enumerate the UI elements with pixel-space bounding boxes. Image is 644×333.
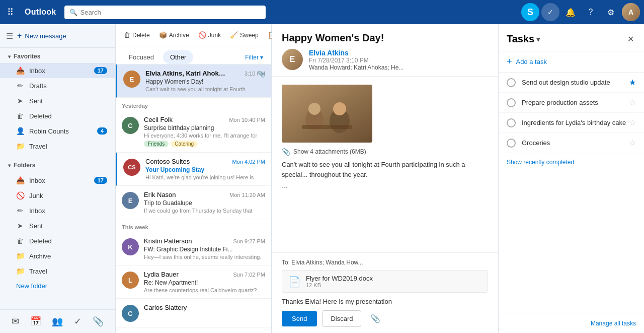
sidebar-item-sent[interactable]: ➤ Sent	[0, 93, 115, 108]
email-time-cecil: Mon 10:40 PM	[229, 117, 265, 123]
email-preview-cecil: Hi everyone, 4:30 works for me, I'll arr…	[144, 132, 265, 139]
inbox-label: Inbox	[29, 67, 94, 75]
task-text-2: Ingredients for Lydia's birthday cake	[522, 119, 629, 126]
user-avatar[interactable]: A	[622, 3, 640, 21]
task-star-1[interactable]: ☆	[629, 98, 636, 107]
sidebar-item-folders-junk[interactable]: 🚫 Junk	[0, 188, 115, 203]
settings-icon[interactable]: ⚙	[602, 3, 620, 21]
tab-focused[interactable]: Focused	[122, 50, 161, 64]
sidebar-item-robin-counts[interactable]: 👤 Robin Counts 4	[0, 123, 115, 139]
sidebar-item-folders-deleted[interactable]: 🗑 Deleted	[0, 233, 115, 248]
email-item-elvia[interactable]: E Elvia Atkins, Katri Ahokas 3:10 PM Hap…	[116, 64, 271, 98]
mail-nav-icon[interactable]: ✉	[8, 314, 23, 329]
sidebar-item-drafts[interactable]: ✏ Drafts	[0, 78, 115, 93]
email-toolbar: 🗑 Delete 📦 Archive 🚫 Junk 🧹 Sweep 📋 Move…	[116, 24, 271, 46]
email-content-lydia: Lydia Bauer Sun 7:02 PM Re: New Apartmen…	[144, 271, 265, 293]
attachments-nav-icon[interactable]: 📎	[89, 314, 108, 329]
email-subject-kristin: FW: Graphic Design Institute Fi...	[144, 246, 265, 253]
search-input[interactable]	[80, 9, 261, 16]
new-message-button[interactable]: + New message	[17, 29, 66, 42]
task-circle-2[interactable]	[507, 118, 516, 127]
sidebar-item-folders-sent[interactable]: ➤ Sent	[0, 218, 115, 233]
attachment-name: Flyer for WD2019.docx	[306, 275, 373, 282]
discard-button[interactable]: Discard	[322, 310, 361, 327]
paperclip-icon: 📎	[282, 148, 290, 156]
task-circle-1[interactable]	[507, 98, 516, 107]
sidebar-item-folders-travel[interactable]: 📁 Travel	[0, 263, 115, 279]
task-circle-0[interactable]	[507, 78, 516, 87]
hamburger-icon[interactable]: ☰	[6, 31, 13, 41]
tab-other[interactable]: Other	[163, 50, 194, 64]
sidebar-item-deleted[interactable]: 🗑 Deleted	[0, 108, 115, 123]
delete-button[interactable]: 🗑 Delete	[120, 28, 154, 42]
email-avatar-erik: E	[122, 192, 139, 209]
tasks-active-icon[interactable]: ✓	[541, 3, 559, 21]
app-launcher-icon[interactable]: ⠿	[4, 7, 17, 18]
favorites-header[interactable]: ▾ Favorites	[0, 50, 115, 63]
folders-header[interactable]: ▾ Folders	[0, 158, 115, 173]
sent-icon: ➤	[16, 97, 24, 105]
email-item-kristin[interactable]: K Kristin Patterson Sun 9:27 PM FW: Grap…	[116, 232, 271, 265]
calendar-nav-icon[interactable]: 📅	[26, 314, 45, 329]
tasks-close-button[interactable]: ✕	[625, 32, 636, 46]
archive-button[interactable]: 📦 Archive	[155, 28, 193, 42]
new-folder-label: New folder	[16, 282, 107, 290]
filter-chevron-icon: ▾	[260, 54, 263, 61]
email-avatar-cecil: C	[122, 117, 139, 134]
email-content-carlos: Carlos Slattery	[144, 304, 265, 322]
inbox-icon: 📥	[16, 66, 24, 75]
notifications-icon[interactable]: 🔔	[561, 3, 580, 21]
sidebar-item-folders-inbox[interactable]: 📥 Inbox 17	[0, 173, 115, 188]
tasks-nav-icon[interactable]: ✓	[70, 314, 86, 329]
word-doc-icon: 📄	[288, 276, 301, 288]
delete-label: Delete	[132, 32, 150, 39]
email-sender-elvia: Elvia Atkins, Katri Ahokas	[145, 70, 226, 77]
topbar-icons: S ✓ 🔔 ? ⚙ A	[521, 3, 640, 21]
email-item-cecil[interactable]: C Cecil Folk Mon 10:40 PM Surprise birth…	[116, 111, 271, 153]
sidebar-item-inbox[interactable]: 📥 Inbox 17	[0, 63, 115, 78]
people-nav-icon[interactable]: 👥	[48, 314, 67, 329]
add-task-button[interactable]: + Add a task	[499, 51, 644, 73]
skype-icon[interactable]: S	[521, 3, 539, 21]
task-item-2[interactable]: Ingredients for Lydia's birthday cake ☆	[499, 113, 644, 133]
sidebar-item-folders-inbox2[interactable]: ✏ Inbox	[0, 203, 115, 218]
email-preview-lydia: Are these countertops real Caldoveiro qu…	[144, 287, 265, 293]
task-item-1[interactable]: Prepare production assets ☆	[499, 93, 644, 113]
email-header-elvia: Elvia Atkins, Katri Ahokas 3:10 PM	[145, 70, 265, 77]
reply-attach-icon[interactable]: 📎	[370, 314, 380, 323]
folders-deleted-label: Deleted	[29, 237, 107, 245]
topbar: ⠿ Outlook 🔍 S ✓ 🔔 ? ⚙ A	[0, 0, 644, 24]
show-completed-link[interactable]: Show recently completed	[507, 159, 574, 166]
sidebar-item-travel[interactable]: 📁 Travel	[0, 139, 115, 154]
email-item-carlos[interactable]: C Carlos Slattery	[116, 299, 271, 327]
show-attachments-button[interactable]: 📎 Show 4 attachments (6MB)	[282, 148, 488, 156]
reading-sender-info: Elvia Atkins Fri 7/28/2017 3:10 PM Wanda…	[309, 49, 404, 71]
junk-button[interactable]: 🚫 Junk	[194, 28, 225, 42]
task-circle-3[interactable]	[507, 139, 516, 148]
email-item-erik[interactable]: E Erik Nason Mon 11:20 AM Trip to Guadal…	[116, 186, 271, 219]
email-avatar-lydia: L	[122, 272, 139, 289]
filter-button[interactable]: Filter ▾	[243, 50, 265, 64]
search-bar[interactable]: 🔍	[64, 6, 266, 19]
sidebar-item-folders-archive[interactable]: 📁 Archive	[0, 248, 115, 263]
yesterday-header: Yesterday	[116, 98, 271, 111]
reading-ellipsis[interactable]: ...	[282, 181, 488, 189]
task-star-3[interactable]: ☆	[629, 138, 636, 148]
email-tabs: Focused Other Filter ▾	[116, 46, 271, 64]
email-avatar-kristin: K	[122, 238, 139, 255]
sweep-button[interactable]: 🧹 Sweep	[226, 28, 263, 42]
send-button[interactable]: Send	[282, 311, 317, 326]
email-item-lydia[interactable]: L Lydia Bauer Sun 7:02 PM Re: New Apartm…	[116, 265, 271, 299]
task-item-3[interactable]: Groceries ☆	[499, 133, 644, 153]
sweep-icon: 🧹	[230, 31, 238, 39]
tasks-chevron-icon[interactable]: ▾	[536, 35, 540, 43]
task-star-2[interactable]: ☆	[629, 118, 636, 127]
email-item-contoso[interactable]: CS Contoso Suites Mon 4:02 PM Your Upcom…	[116, 153, 271, 186]
sidebar-item-new-folder[interactable]: New folder	[0, 279, 115, 293]
folders-inbox2-label: Inbox	[29, 207, 107, 215]
task-star-0[interactable]: ★	[629, 78, 636, 87]
delete-icon: 🗑	[124, 31, 130, 39]
task-item-0[interactable]: Send out design studio update ★	[499, 73, 644, 93]
help-icon[interactable]: ?	[582, 3, 600, 21]
manage-all-tasks-link[interactable]: Manage all tasks	[591, 320, 636, 327]
